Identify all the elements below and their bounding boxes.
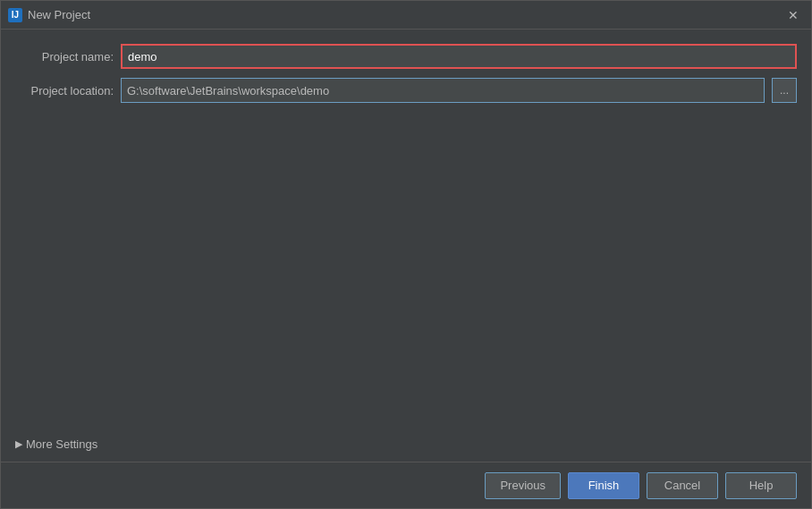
new-project-dialog: IJ New Project ✕ Project name: Project l… bbox=[0, 0, 812, 509]
previous-button[interactable]: Previous bbox=[485, 472, 561, 499]
app-icon: IJ bbox=[8, 8, 22, 22]
finish-button[interactable]: Finish bbox=[568, 472, 639, 499]
browse-button[interactable]: ... bbox=[772, 78, 797, 103]
dialog-title: New Project bbox=[28, 8, 90, 21]
title-bar: IJ New Project ✕ bbox=[1, 1, 811, 30]
dialog-content: Project name: Project location: ... ▶ Mo… bbox=[1, 30, 811, 462]
help-button[interactable]: Help bbox=[725, 472, 797, 499]
project-location-row: Project location: ... bbox=[15, 78, 797, 103]
cancel-button[interactable]: Cancel bbox=[647, 472, 718, 499]
project-location-label: Project location: bbox=[15, 84, 114, 98]
project-name-label: Project name: bbox=[15, 50, 114, 64]
more-settings-arrow-icon: ▶ bbox=[15, 438, 22, 450]
title-bar-left: IJ New Project bbox=[8, 8, 90, 22]
more-settings-section[interactable]: ▶ More Settings bbox=[15, 434, 797, 454]
project-location-input[interactable] bbox=[121, 78, 765, 103]
content-spacer bbox=[15, 112, 797, 425]
close-button[interactable]: ✕ bbox=[782, 4, 804, 26]
project-name-row: Project name: bbox=[15, 44, 797, 69]
more-settings-label: More Settings bbox=[26, 437, 97, 451]
project-name-input[interactable] bbox=[121, 44, 797, 69]
dialog-footer: Previous Finish Cancel Help bbox=[1, 462, 811, 508]
